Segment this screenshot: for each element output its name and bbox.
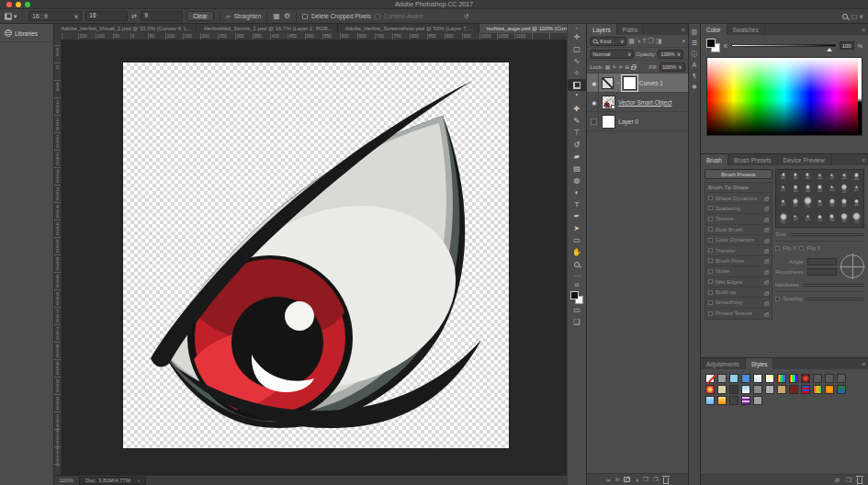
content-aware-checkbox[interactable] — [375, 14, 380, 19]
document-tab[interactable]: Herbstblatt_Skizze_1.psd @ 16,7% (Layer … — [197, 24, 338, 33]
brush-preset[interactable]: 36 — [802, 182, 814, 195]
curves-thumbnail[interactable] — [602, 77, 614, 89]
lock-icon[interactable] — [764, 250, 768, 253]
brush-preset[interactable]: 25 — [814, 171, 826, 182]
style-swatch[interactable] — [777, 374, 786, 383]
brush-preset[interactable]: 32 — [814, 182, 826, 195]
style-swatch[interactable] — [729, 385, 738, 394]
brush-preset[interactable]: 14 — [789, 210, 801, 226]
rectangular-marquee-tool[interactable]: ▢ — [568, 43, 586, 55]
brush-tool[interactable]: ✎ — [568, 115, 586, 127]
tab-device-preview[interactable]: Device Preview — [778, 154, 831, 165]
collapse-strip-icon[interactable]: » — [576, 26, 579, 30]
flip-y-checkbox[interactable] — [799, 246, 804, 251]
zoom-window-button[interactable] — [25, 2, 30, 7]
style-swatch[interactable] — [801, 374, 810, 383]
lock-position-icon[interactable]: ✛ — [618, 64, 623, 70]
paragraph-panel-icon[interactable]: ¶ — [689, 71, 700, 81]
layer-mask-thumbnail[interactable] — [623, 76, 637, 90]
edit-toolbar-button[interactable]: ⋯ — [568, 270, 586, 282]
style-swatch[interactable] — [741, 385, 750, 394]
info-panel-icon[interactable]: ⓘ — [689, 49, 700, 59]
brush-preset[interactable]: 42 — [826, 210, 838, 226]
section-checkbox[interactable] — [708, 196, 713, 200]
clone-stamp-tool[interactable]: ⊤ — [568, 127, 586, 139]
brush-tip-grid[interactable]: 3030302525253625363632255025255071255050… — [775, 169, 864, 228]
brush-preset[interactable]: 26 — [802, 210, 814, 226]
lock-icon[interactable] — [764, 302, 768, 305]
style-swatch[interactable] — [729, 396, 738, 405]
hardness-slider[interactable] — [802, 284, 864, 287]
layer-thumbnail[interactable] — [602, 115, 615, 129]
brush-preset[interactable]: 30 — [777, 171, 789, 182]
delete-cropped-pixels-checkbox[interactable] — [302, 14, 308, 19]
brush-section-smoothing[interactable]: Smoothing — [705, 298, 772, 308]
brush-preset[interactable]: 60 — [777, 210, 789, 226]
brush-preset[interactable]: 30 — [802, 171, 814, 182]
layer-name[interactable]: Vector Smart Object — [618, 99, 671, 106]
path-selection-tool[interactable]: ➤ — [568, 222, 586, 234]
brush-section-brush-tip-shape[interactable]: Brush Tip Shape — [705, 183, 772, 193]
brush-preset[interactable]: 30 — [789, 171, 801, 182]
filter-toggle-icon[interactable]: ● — [682, 39, 685, 43]
brush-section-shape-dynamics[interactable]: Shape Dynamics — [705, 193, 772, 203]
foreground-background-chips[interactable] — [706, 39, 720, 52]
brush-preset[interactable]: 50 — [826, 196, 838, 211]
section-checkbox[interactable] — [708, 290, 713, 295]
brush-preset[interactable]: 36 — [851, 196, 862, 211]
style-swatch-none[interactable] — [705, 374, 715, 383]
section-checkbox[interactable] — [708, 311, 713, 316]
brush-section-texture[interactable]: Texture — [705, 214, 772, 224]
color-spectrum-ramp[interactable] — [706, 57, 862, 136]
tab-swatches[interactable]: Swatches — [727, 24, 765, 35]
k-value-field[interactable]: 100 — [840, 41, 854, 50]
lock-transparency-icon[interactable]: ▦ — [605, 64, 611, 70]
tab-layers[interactable]: Layers — [587, 24, 617, 35]
brush-preset[interactable]: 25 — [777, 182, 789, 195]
layer-row-smart-object[interactable]: ◉ Vector Smart Object — [587, 93, 687, 112]
history-brush-tool[interactable]: ↺ — [568, 139, 586, 151]
lock-paint-icon[interactable]: ✎ — [612, 64, 616, 70]
pen-tool[interactable]: ✒ — [568, 210, 586, 222]
zoom-tool[interactable] — [568, 258, 586, 270]
character-panel-icon[interactable]: A — [689, 60, 700, 70]
style-swatch[interactable] — [741, 396, 750, 405]
brush-preset[interactable]: 25 — [826, 182, 838, 195]
overlay-options-icon[interactable]: ▦ — [273, 12, 280, 20]
style-swatch[interactable] — [705, 385, 715, 394]
brush-preset[interactable]: 25 — [826, 171, 838, 182]
crop-tool[interactable] — [568, 79, 586, 91]
style-swatch[interactable] — [717, 385, 727, 394]
screen-mode-button[interactable]: ❏ — [568, 316, 586, 328]
style-swatch[interactable] — [765, 374, 774, 383]
tab-adjustments[interactable]: Adjustments — [701, 358, 746, 369]
style-swatch[interactable] — [813, 374, 822, 383]
layer-name[interactable]: Curves 1 — [639, 80, 663, 86]
lock-icon[interactable] — [764, 219, 768, 221]
brush-preset[interactable]: 70 — [851, 210, 862, 226]
delete-layer-icon[interactable] — [663, 478, 669, 484]
roundness-field[interactable] — [807, 268, 837, 276]
lock-icon[interactable] — [764, 282, 768, 285]
layer-row-layer0[interactable]: Layer 0 — [587, 112, 687, 131]
style-swatch[interactable] — [825, 385, 834, 394]
tab-brush[interactable]: Brush — [701, 154, 728, 165]
lock-icon[interactable] — [764, 230, 768, 232]
layer-style-fx-icon[interactable]: fx — [615, 477, 619, 482]
straighten-icon[interactable]: ▱ — [226, 13, 231, 20]
brush-preset[interactable]: 36 — [851, 171, 862, 182]
style-swatch[interactable] — [789, 374, 798, 383]
style-swatch[interactable] — [753, 396, 762, 405]
crop-height-field[interactable]: 9 — [141, 11, 183, 21]
tab-brush-presets[interactable]: Brush Presets — [728, 154, 778, 165]
type-tool[interactable]: T — [568, 198, 586, 210]
brush-preset[interactable]: 36 — [789, 182, 801, 195]
foreground-background-colors[interactable] — [570, 291, 583, 304]
style-swatch[interactable] — [837, 374, 846, 383]
foreground-color-swatch[interactable] — [570, 291, 579, 299]
lasso-tool[interactable]: ∿ — [568, 55, 586, 67]
brush-preset[interactable]: 25 — [851, 182, 862, 195]
search-icon[interactable] — [842, 14, 848, 19]
tab-paths[interactable]: Paths — [617, 24, 645, 35]
section-checkbox[interactable] — [708, 279, 713, 284]
